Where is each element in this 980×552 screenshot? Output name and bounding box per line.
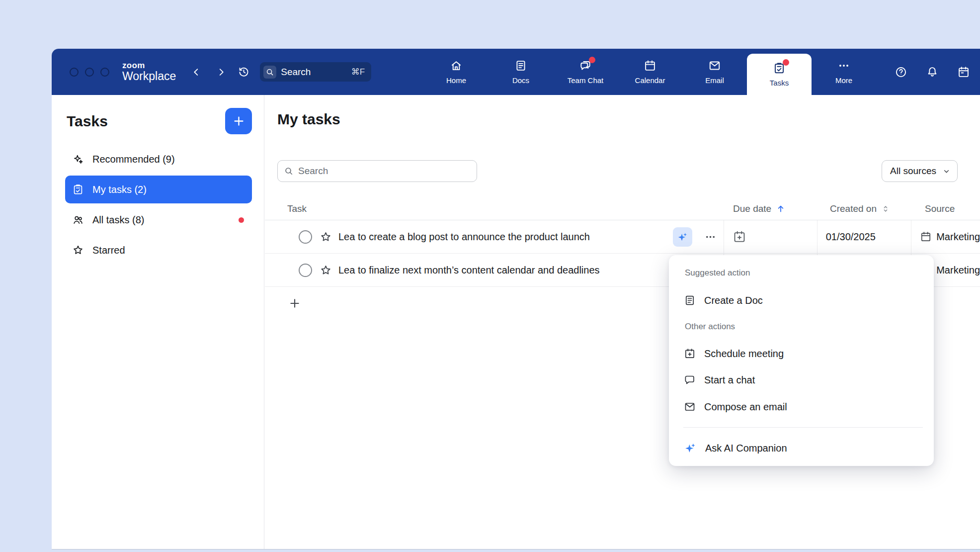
star-button[interactable] bbox=[320, 231, 332, 243]
source-cell: Marketing bbox=[911, 220, 980, 253]
history-button[interactable] bbox=[238, 66, 250, 78]
email-icon bbox=[708, 59, 721, 72]
task-row[interactable]: Lea to create a blog post to announce th… bbox=[265, 220, 980, 254]
ai-sparkle-icon bbox=[677, 231, 688, 243]
column-header-created-on[interactable]: Created on bbox=[821, 203, 916, 214]
chevron-left-icon bbox=[191, 67, 202, 78]
nav-item-email[interactable]: Email bbox=[682, 49, 747, 95]
menu-item-start-a-chat[interactable]: Start a chat bbox=[684, 367, 922, 393]
ai-actions-button[interactable] bbox=[673, 227, 692, 247]
nav-item-tasks[interactable]: Tasks bbox=[747, 54, 812, 95]
task-checkbox[interactable] bbox=[299, 230, 312, 244]
nav-item-calendar[interactable]: Calendar bbox=[618, 49, 682, 95]
menu-item-label: Schedule meeting bbox=[704, 348, 784, 360]
calendar-plus-icon bbox=[684, 348, 696, 360]
window-zoom-button[interactable] bbox=[100, 68, 109, 77]
sparkle-icon bbox=[72, 153, 84, 165]
menu-item-label: Compose an email bbox=[704, 401, 787, 413]
window-controls bbox=[70, 68, 109, 77]
column-header-source: Source bbox=[916, 203, 980, 214]
created-on-cell: 01/30/2025 bbox=[817, 220, 911, 253]
logo-workplace-text: Workplace bbox=[122, 70, 176, 83]
ai-companion-icon bbox=[684, 442, 697, 455]
source-calendar-icon bbox=[920, 231, 932, 243]
notifications-button[interactable] bbox=[926, 66, 939, 79]
calendar-plus-icon bbox=[733, 230, 746, 244]
tasks-sidebar: Tasks Recommended (9) My tasks (2) All t… bbox=[52, 95, 264, 549]
sources-filter-label: All sources bbox=[890, 166, 936, 177]
sidebar-item-label: My tasks (2) bbox=[92, 184, 147, 195]
primary-navigation: Home Docs Team Chat Calendar bbox=[424, 49, 876, 95]
nav-label: Email bbox=[705, 76, 724, 85]
back-button[interactable] bbox=[191, 67, 202, 78]
task-title: Lea to finalize next month’s content cal… bbox=[338, 265, 600, 276]
nav-item-more[interactable]: More bbox=[812, 49, 876, 95]
sort-asc-icon bbox=[776, 204, 786, 214]
source-label: Marketing bbox=[936, 231, 980, 243]
task-checkbox[interactable] bbox=[299, 264, 312, 277]
chat-icon bbox=[684, 374, 696, 386]
sidebar-item-label: Recommended (9) bbox=[92, 154, 175, 165]
menu-item-label: Create a Doc bbox=[704, 295, 763, 306]
table-header: Task Due date Created on Source bbox=[265, 198, 980, 220]
window-close-button[interactable] bbox=[70, 68, 79, 77]
global-search[interactable]: Search ⌘F bbox=[260, 62, 371, 82]
menu-item-compose-an-email[interactable]: Compose an email bbox=[684, 393, 922, 420]
menu-divider bbox=[683, 427, 923, 428]
new-task-button[interactable] bbox=[225, 108, 252, 134]
sidebar-item-recommended[interactable]: Recommended (9) bbox=[65, 145, 252, 173]
nav-item-home[interactable]: Home bbox=[424, 49, 489, 95]
more-actions-button[interactable] bbox=[700, 227, 720, 247]
sources-filter-dropdown[interactable]: All sources bbox=[882, 160, 958, 182]
menu-item-label: Ask AI Companion bbox=[705, 443, 787, 454]
menu-item-label: Start a chat bbox=[704, 374, 755, 386]
task-title: Lea to create a blog post to announce th… bbox=[338, 231, 590, 243]
menu-item-ask-ai-companion[interactable]: Ask AI Companion bbox=[684, 435, 922, 461]
task-search bbox=[277, 160, 477, 182]
menu-section-label: Other actions bbox=[685, 321, 922, 333]
nav-label: More bbox=[835, 76, 852, 85]
nav-label: Tasks bbox=[770, 79, 789, 87]
page-title: My tasks bbox=[277, 111, 340, 128]
sidebar-list: Recommended (9) My tasks (2) All tasks (… bbox=[65, 145, 252, 264]
chevron-down-icon bbox=[942, 167, 951, 176]
nav-item-docs[interactable]: Docs bbox=[489, 49, 553, 95]
notification-dot bbox=[589, 57, 595, 63]
add-task-row-button[interactable] bbox=[288, 297, 301, 310]
sidebar-item-starred[interactable]: Starred bbox=[65, 236, 252, 264]
more-icon bbox=[837, 59, 850, 72]
sort-icon bbox=[881, 204, 890, 213]
sidebar-item-my-tasks[interactable]: My tasks (2) bbox=[65, 176, 252, 203]
column-header-due-date[interactable]: Due date bbox=[728, 203, 821, 214]
search-icon bbox=[263, 66, 276, 79]
calendar-widget-button[interactable] bbox=[957, 66, 970, 79]
help-button[interactable] bbox=[895, 66, 907, 79]
notification-dot bbox=[783, 59, 789, 66]
star-icon bbox=[320, 264, 332, 276]
column-header-task: Task bbox=[265, 203, 728, 214]
nav-item-team-chat[interactable]: Team Chat bbox=[553, 49, 618, 95]
search-icon bbox=[284, 166, 294, 176]
star-icon bbox=[72, 244, 84, 256]
home-icon bbox=[450, 59, 463, 72]
search-shortcut: ⌘F bbox=[351, 67, 365, 77]
window-minimize-button[interactable] bbox=[85, 68, 94, 77]
calendar-widget-icon bbox=[957, 66, 970, 79]
ellipsis-icon bbox=[705, 231, 716, 243]
star-button[interactable] bbox=[320, 264, 332, 276]
menu-item-create-a-doc[interactable]: Create a Doc bbox=[684, 287, 922, 314]
unread-dot bbox=[239, 217, 244, 223]
task-search-input[interactable] bbox=[298, 166, 471, 177]
add-due-date-button[interactable] bbox=[733, 230, 746, 244]
forward-button[interactable] bbox=[216, 67, 227, 78]
nav-label: Team Chat bbox=[568, 76, 604, 85]
people-icon bbox=[72, 214, 84, 226]
sidebar-item-all-tasks[interactable]: All tasks (8) bbox=[65, 206, 252, 234]
desktop-background: zoom Workplace Search bbox=[0, 0, 980, 552]
app-window: zoom Workplace Search bbox=[52, 49, 980, 550]
menu-item-schedule-meeting[interactable]: Schedule meeting bbox=[684, 340, 922, 367]
doc-icon bbox=[684, 294, 696, 306]
docs-icon bbox=[514, 59, 527, 72]
logo-zoom-text: zoom bbox=[122, 61, 176, 70]
top-bar-utilities bbox=[895, 49, 970, 95]
